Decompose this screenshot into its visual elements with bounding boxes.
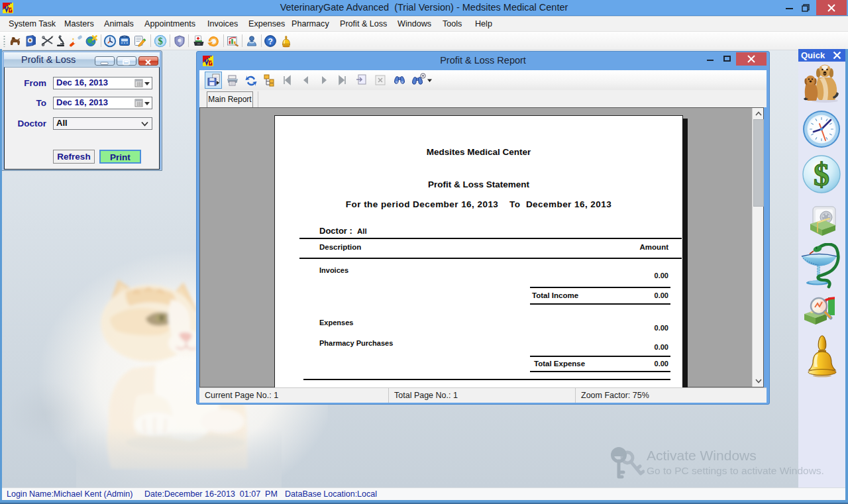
svg-text:$: $ bbox=[814, 157, 829, 192]
svg-text:$: $ bbox=[158, 36, 162, 46]
svg-text:?: ? bbox=[268, 37, 273, 46]
